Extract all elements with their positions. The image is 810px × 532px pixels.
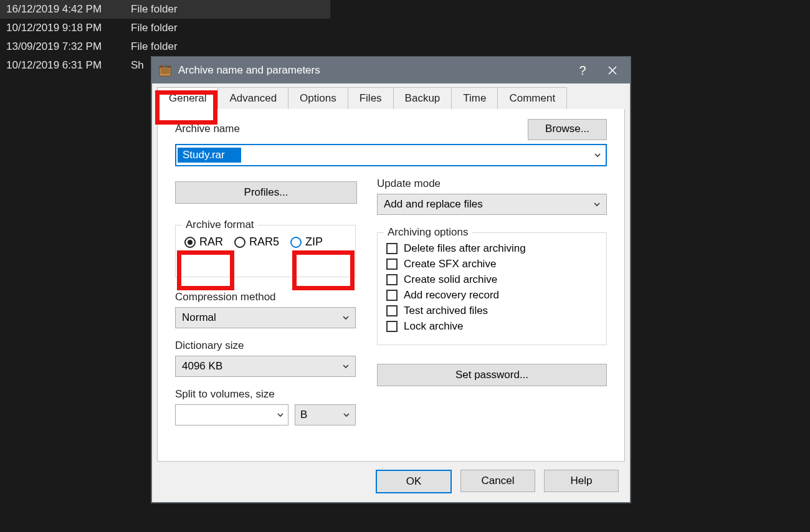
- checkbox-label: Add recovery record: [404, 289, 499, 302]
- file-row[interactable]: 10/12/2019 9:18 PM File folder: [0, 19, 330, 37]
- file-date: 10/12/2019 9:18 PM: [6, 22, 131, 34]
- checkbox-icon: [386, 243, 398, 254]
- opt-delete-after[interactable]: Delete files after archiving: [386, 242, 598, 255]
- file-date: 13/09/2019 7:32 PM: [6, 40, 131, 53]
- archive-name-value: Study.rar: [178, 148, 241, 163]
- tab-backup[interactable]: Backup: [393, 87, 452, 109]
- update-mode-select[interactable]: Add and replace files: [377, 194, 607, 215]
- checkbox-label: Lock archive: [404, 320, 463, 333]
- help-icon[interactable]: ?: [568, 57, 598, 83]
- radio-icon: [290, 237, 302, 248]
- archive-dialog: Archive name and parameters ? General Ad…: [151, 57, 631, 503]
- tab-label: Backup: [405, 92, 441, 104]
- file-type: File folder: [131, 3, 178, 16]
- compression-method-value: Normal: [182, 311, 340, 324]
- dialog-title: Archive name and parameters: [178, 64, 568, 77]
- opt-test[interactable]: Test archived files: [386, 305, 598, 317]
- opt-lock[interactable]: Lock archive: [386, 320, 598, 333]
- update-mode-label: Update mode: [377, 178, 607, 190]
- chevron-down-icon: [343, 411, 350, 419]
- checkbox-label: Create solid archive: [404, 273, 497, 286]
- file-row[interactable]: 16/12/2019 4:42 PM File folder: [0, 0, 330, 19]
- profiles-button[interactable]: Profiles...: [175, 181, 357, 204]
- file-type: Sh: [131, 59, 144, 72]
- ok-label: OK: [406, 475, 422, 488]
- radio-label: ZIP: [305, 235, 323, 249]
- profiles-button-label: Profiles...: [244, 186, 288, 199]
- browse-button-label: Browse...: [545, 123, 589, 135]
- archive-name-label: Archive name: [175, 123, 528, 135]
- help-button[interactable]: Help: [544, 470, 619, 492]
- archive-format-label: Archive format: [182, 219, 258, 231]
- tab-options[interactable]: Options: [288, 87, 348, 109]
- archive-name-input[interactable]: Study.rar: [175, 144, 607, 166]
- opt-sfx[interactable]: Create SFX archive: [386, 258, 598, 270]
- split-size-input[interactable]: [175, 404, 288, 425]
- radio-label: RAR5: [249, 235, 279, 249]
- checkbox-icon: [386, 274, 398, 285]
- radio-label: RAR: [199, 235, 223, 249]
- checkbox-icon: [386, 290, 398, 301]
- title-bar[interactable]: Archive name and parameters ?: [152, 57, 630, 83]
- format-radio-rar[interactable]: RAR: [184, 235, 223, 249]
- archiving-options-label: Archiving options: [384, 226, 472, 239]
- tab-strip: General Advanced Options Files Backup Ti…: [152, 83, 630, 109]
- tab-label: Advanced: [229, 92, 277, 104]
- tab-label: Time: [463, 92, 486, 104]
- chevron-down-icon[interactable]: [589, 151, 606, 159]
- checkbox-icon: [386, 305, 398, 316]
- checkbox-icon: [386, 259, 398, 270]
- help-label: Help: [571, 475, 593, 487]
- svg-point-4: [166, 67, 167, 68]
- checkbox-label: Test archived files: [404, 305, 488, 317]
- dictionary-size-select[interactable]: 4096 KB: [175, 356, 356, 377]
- split-volumes-label: Split to volumes, size: [175, 388, 356, 401]
- tab-label: General: [169, 92, 206, 104]
- format-radio-rar5[interactable]: RAR5: [234, 235, 279, 249]
- format-radio-zip[interactable]: ZIP: [290, 235, 323, 249]
- svg-rect-1: [160, 66, 171, 68]
- tab-time[interactable]: Time: [451, 87, 498, 109]
- file-date: 10/12/2019 6:31 PM: [6, 59, 131, 72]
- dictionary-size-label: Dictionary size: [175, 340, 356, 352]
- svg-point-2: [162, 67, 163, 68]
- update-mode-value: Add and replace files: [384, 198, 591, 211]
- chevron-down-icon: [340, 363, 351, 370]
- file-type: File folder: [131, 40, 178, 53]
- compression-method-label: Compression method: [175, 291, 356, 303]
- checkbox-label: Create SFX archive: [404, 258, 496, 270]
- chevron-down-icon: [591, 201, 603, 208]
- tab-general[interactable]: General: [157, 87, 218, 109]
- file-type: File folder: [131, 22, 178, 34]
- browse-button[interactable]: Browse...: [528, 119, 607, 140]
- svg-point-3: [164, 67, 165, 68]
- file-row[interactable]: 13/09/2019 7:32 PM File folder: [0, 37, 330, 56]
- file-date: 16/12/2019 4:42 PM: [6, 3, 131, 16]
- ok-button[interactable]: OK: [376, 470, 452, 493]
- tab-label: Options: [300, 92, 336, 104]
- tab-body: Archive name Browse... Study.rar Profile: [157, 108, 625, 462]
- dialog-button-bar: OK Cancel Help: [376, 470, 619, 493]
- compression-method-select[interactable]: Normal: [175, 307, 356, 328]
- chevron-down-icon: [340, 314, 351, 321]
- dictionary-size-value: 4096 KB: [182, 360, 340, 373]
- split-unit-value: B: [300, 409, 307, 421]
- opt-solid[interactable]: Create solid archive: [386, 273, 598, 286]
- chevron-down-icon: [277, 411, 284, 419]
- tab-label: Comment: [509, 92, 555, 104]
- winrar-icon: [158, 64, 172, 77]
- tab-advanced[interactable]: Advanced: [217, 87, 288, 109]
- set-password-button[interactable]: Set password...: [377, 364, 607, 386]
- set-password-label: Set password...: [455, 369, 528, 381]
- split-unit-select[interactable]: B: [295, 404, 356, 425]
- radio-icon: [184, 237, 196, 248]
- tab-comment[interactable]: Comment: [497, 87, 567, 109]
- close-icon[interactable]: [598, 57, 627, 83]
- cancel-button[interactable]: Cancel: [460, 470, 535, 492]
- checkbox-label: Delete files after archiving: [404, 242, 526, 255]
- opt-recovery[interactable]: Add recovery record: [386, 289, 598, 302]
- cancel-label: Cancel: [482, 475, 515, 487]
- radio-icon: [234, 237, 245, 248]
- tab-files[interactable]: Files: [348, 87, 394, 109]
- checkbox-icon: [386, 321, 398, 332]
